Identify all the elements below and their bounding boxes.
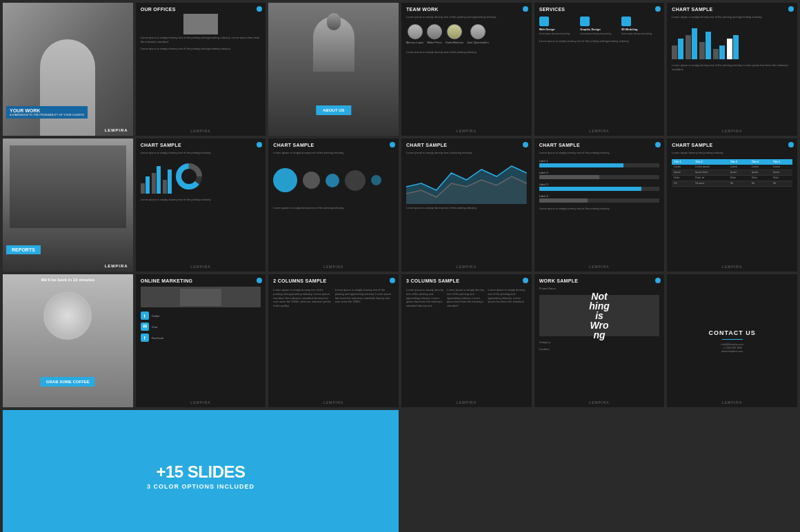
bar-1b (678, 39, 683, 59)
slide-team-work: TEAM WORK Lorem ipsum is simply dummy te… (401, 3, 532, 136)
bubble-3 (326, 174, 339, 187)
avatar-name-karla: Karla Martinez (446, 41, 463, 44)
mini-bar-2b (157, 166, 161, 194)
chart3-title: CHART SAMPLE (268, 139, 399, 150)
cta-main-text: +15 SLIDES (156, 464, 245, 480)
your-work-label: YOUR WORK A DIMENSION TO THE PROBABILITY… (6, 106, 88, 119)
h-bar-label-1: Label 1 (539, 159, 660, 163)
lempira-brand-11: LEMPIRA (534, 265, 665, 269)
donut-wrap (136, 156, 266, 196)
about-photo-bg (268, 3, 399, 136)
team-desc: Lorem ipsum is simply dummy text of the … (401, 49, 532, 56)
slide-work: WORK SAMPLE Project Name NothingisWrong … (534, 274, 665, 407)
avatar-name-malio: Malio Perez (428, 41, 442, 44)
about-us-btn[interactable]: ABOUT US (316, 105, 351, 115)
bubble-2 (303, 172, 320, 189)
services-text: Lorem ipsum is simply dummy text of the … (534, 38, 665, 45)
web-icon (539, 17, 549, 26)
slide-chart-1: CHART SAMPLE Lorem ipsum is simply dummy… (667, 3, 797, 136)
bar-5b (733, 35, 739, 59)
td-3-3: Dolor (728, 175, 750, 181)
h-bar-4: Label 4 (539, 194, 660, 203)
area-chart (401, 156, 532, 205)
slide-chart-3: CHART SAMPLE Lorem ipsum is simply dummy… (268, 139, 399, 272)
h-bar-label-3: Label 3 (539, 183, 660, 186)
slide-services: SERVICES Web Design Lorem ipsum dummy te… (534, 3, 665, 136)
h-bar-track-3 (539, 187, 660, 191)
slide-2col: 2 COLUMNS SAMPLE Lorem ipsum is simply d… (268, 274, 399, 407)
graphic-icon (580, 17, 590, 26)
web-desc: Lorem ipsum dummy text printing. (539, 32, 578, 35)
lempira-brand-14: LEMPIRA (136, 400, 266, 405)
th-1: Title 1 (672, 159, 693, 165)
col-left: Lorem ipsum is simply dummy text of the … (273, 288, 332, 307)
coffee-btn[interactable]: GRAB SOME COFFEE (41, 377, 95, 387)
td-2-1: Ipsum (672, 170, 693, 175)
lempira-brand-1: LEMPIRA (105, 128, 128, 132)
table-text: Lorem ipsum dummy text printing industry… (667, 150, 797, 156)
td-2-3: Ipsum (728, 170, 750, 175)
marketing-channels: t Twitter ✉ Chat f Facebook (136, 309, 266, 345)
team-member-2: Malio Perez (427, 24, 442, 45)
chart2-title: CHART SAMPLE (136, 139, 266, 150)
2col-title: 2 COLUMNS SAMPLE (268, 274, 399, 285)
chart4-text: Lorem ipsum is simply dummy text of prin… (401, 150, 532, 156)
marketing-device (180, 289, 221, 306)
facebook-symbol: f (143, 336, 145, 340)
team-member-3: Karla Martinez (446, 24, 463, 45)
contact-content: CONTACT US info@lempira.com+1 234 567 89… (667, 274, 797, 407)
graphic-name: Graphic Design (580, 28, 619, 31)
h-bar-fill-1 (539, 163, 623, 167)
cta-sub-text: 3 COLOR OPTIONS INCLUDED (147, 483, 254, 490)
lempira-brand-12: LEMPIRA (667, 265, 797, 269)
h-bar-fill-2 (539, 175, 599, 179)
data-table: Title 1 Title 2 Title 3 Title 4 Title 5 … (672, 159, 792, 187)
td-2-2: Ipsum dolor (693, 170, 728, 175)
col-right: Lorem ipsum is simply dummy text of the … (335, 288, 394, 307)
bar-group-5 (727, 35, 739, 59)
chart5-title: CHART SAMPLE (534, 139, 665, 150)
table-row: Sit Sit amet Sit Sit Sit (672, 181, 792, 186)
lempira-brand-7: LEMPIRA (105, 264, 128, 268)
twitter-symbol: t (143, 314, 145, 318)
blue-dot-2col (390, 278, 395, 283)
h-bar-track-2 (539, 175, 660, 179)
avatar-name-juan: Juan Quentandon (467, 41, 489, 44)
team-member-1: Marcos Lopez (406, 24, 423, 45)
bar-4b (719, 45, 725, 59)
chart5-footer: Lorem ipsum is simply dummy text of the … (534, 205, 665, 212)
slide-chart-4: CHART SAMPLE Lorem ipsum is simply dummy… (401, 139, 532, 272)
col-2: Lorem ipsum is simply dummy text of the … (447, 288, 486, 307)
graphic-desc: Lorem ipsum dummy text printing. (580, 32, 619, 35)
two-col-content: Lorem ipsum is simply dummy text of the … (268, 285, 399, 310)
h-bar-fill-3 (539, 187, 641, 191)
blue-dot-table (788, 142, 794, 147)
slide-our-offices: OUR OFFICES Lorem ipsum is simply dummy … (136, 3, 266, 136)
slide-cta: +15 SLIDES 3 COLOR OPTIONS INCLUDED (3, 410, 399, 532)
service-graphic: Graphic Design Lorem ipsum dummy text pr… (580, 17, 619, 35)
avatar-malio (427, 24, 442, 39)
bar-group-1 (672, 39, 683, 59)
twitter-label: Twitter (152, 314, 160, 318)
lempira-brand-5: LEMPIRA (534, 129, 665, 133)
slide-coffee: We'll be back in 10 minutes GRAB SOME CO… (3, 274, 133, 407)
lempira-brand-8: LEMPIRA (136, 265, 266, 269)
contact-info: info@lempira.com+1 234 567 890www.lempir… (721, 342, 743, 353)
your-work-title: YOUR WORK (10, 108, 84, 113)
bubble-chart (268, 156, 399, 205)
h-bar-2: Label 2 (539, 171, 660, 179)
contact-divider (722, 339, 743, 340)
work-category: Category (534, 339, 665, 346)
h-bar-fill-4 (539, 198, 588, 203)
slide-reports: REPORTS LEMPIRA (3, 139, 133, 272)
3col-title: 3 COLUMNS SAMPLE (401, 274, 532, 285)
chat-symbol: ✉ (143, 324, 147, 329)
chart2-footer: Lorem ipsum is simply dummy text of the … (136, 196, 266, 203)
td-4-5: Sit (771, 181, 792, 186)
offices-title: OUR OFFICES (136, 3, 266, 14)
td-4-4: Sit (750, 181, 771, 186)
area-svg (406, 159, 527, 204)
slide-your-work: YOUR WORK A DIMENSION TO THE PROBABILITY… (3, 3, 133, 136)
blue-dot-chart1 (788, 6, 794, 12)
chart1-footer-text: Lorem ipsum is simply dummy text of the … (667, 62, 797, 72)
